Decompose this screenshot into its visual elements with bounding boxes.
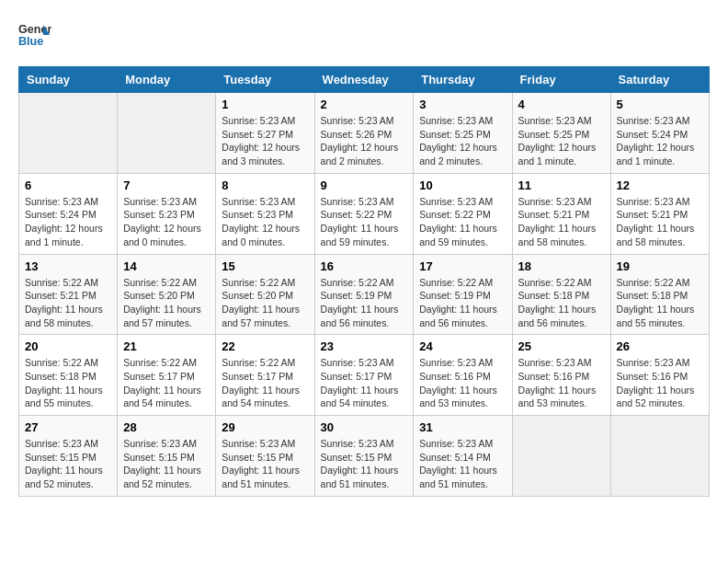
daylight-text: Daylight: 11 hours and 51 minutes. [419,464,506,490]
day-number: 28 [123,420,210,434]
day-info: Sunrise: 5:23 AM Sunset: 5:24 PM Dayligh… [617,114,703,168]
day-info: Sunrise: 5:23 AM Sunset: 5:15 PM Dayligh… [123,437,210,491]
sunrise-text: Sunrise: 5:22 AM [419,276,506,290]
sunrise-text: Sunrise: 5:22 AM [123,276,210,290]
calendar-cell: 16 Sunrise: 5:22 AM Sunset: 5:19 PM Dayl… [314,254,414,335]
sunset-text: Sunset: 5:16 PM [518,370,605,384]
week-row-3: 13 Sunrise: 5:22 AM Sunset: 5:21 PM Dayl… [19,254,710,335]
day-info: Sunrise: 5:23 AM Sunset: 5:26 PM Dayligh… [321,114,408,168]
sunset-text: Sunset: 5:21 PM [617,208,703,222]
sunrise-text: Sunrise: 5:23 AM [321,114,408,128]
day-header-sunday: Sunday [19,67,118,93]
calendar-header-row: SundayMondayTuesdayWednesdayThursdayFrid… [19,67,710,93]
day-info: Sunrise: 5:23 AM Sunset: 5:25 PM Dayligh… [518,114,605,168]
calendar-cell: 19 Sunrise: 5:22 AM Sunset: 5:18 PM Dayl… [610,254,709,335]
day-info: Sunrise: 5:22 AM Sunset: 5:18 PM Dayligh… [617,276,703,330]
sunset-text: Sunset: 5:17 PM [123,370,210,384]
sunset-text: Sunset: 5:20 PM [123,289,210,303]
calendar-cell: 28 Sunrise: 5:23 AM Sunset: 5:15 PM Dayl… [118,416,216,497]
sunrise-text: Sunrise: 5:23 AM [419,195,506,209]
daylight-text: Daylight: 11 hours and 52 minutes. [617,384,703,410]
calendar-cell: 22 Sunrise: 5:22 AM Sunset: 5:17 PM Dayl… [216,335,314,416]
daylight-text: Daylight: 12 hours and 0 minutes. [123,222,210,248]
daylight-text: Daylight: 11 hours and 51 minutes. [321,464,408,490]
daylight-text: Daylight: 11 hours and 56 minutes. [419,303,506,329]
calendar-cell: 8 Sunrise: 5:23 AM Sunset: 5:23 PM Dayli… [216,173,314,254]
calendar-cell: 27 Sunrise: 5:23 AM Sunset: 5:15 PM Dayl… [19,416,118,497]
sunset-text: Sunset: 5:27 PM [222,128,308,142]
logo: General Blue [18,18,55,52]
day-number: 3 [419,98,506,111]
day-info: Sunrise: 5:23 AM Sunset: 5:24 PM Dayligh… [25,195,111,249]
sunrise-text: Sunrise: 5:23 AM [321,356,408,370]
day-info: Sunrise: 5:23 AM Sunset: 5:22 PM Dayligh… [321,195,408,249]
day-header-tuesday: Tuesday [216,67,314,93]
day-info: Sunrise: 5:23 AM Sunset: 5:25 PM Dayligh… [419,114,506,168]
sunrise-text: Sunrise: 5:23 AM [617,114,703,128]
sunrise-text: Sunrise: 5:23 AM [321,437,408,451]
day-info: Sunrise: 5:22 AM Sunset: 5:18 PM Dayligh… [518,276,605,330]
sunrise-text: Sunrise: 5:23 AM [222,114,308,128]
day-info: Sunrise: 5:23 AM Sunset: 5:21 PM Dayligh… [518,195,605,249]
sunrise-text: Sunrise: 5:23 AM [25,195,111,209]
calendar-cell: 20 Sunrise: 5:22 AM Sunset: 5:18 PM Dayl… [19,335,118,416]
calendar-cell: 15 Sunrise: 5:22 AM Sunset: 5:20 PM Dayl… [216,254,314,335]
sunrise-text: Sunrise: 5:23 AM [123,437,210,451]
calendar-cell: 17 Sunrise: 5:22 AM Sunset: 5:19 PM Dayl… [414,254,512,335]
day-number: 23 [321,339,408,353]
day-number: 5 [617,98,703,111]
day-info: Sunrise: 5:23 AM Sunset: 5:27 PM Dayligh… [222,114,308,168]
sunset-text: Sunset: 5:18 PM [518,289,605,303]
sunrise-text: Sunrise: 5:22 AM [321,276,408,290]
day-info: Sunrise: 5:23 AM Sunset: 5:16 PM Dayligh… [518,356,605,410]
day-number: 18 [518,259,605,273]
daylight-text: Daylight: 11 hours and 53 minutes. [419,384,506,410]
sunset-text: Sunset: 5:18 PM [617,289,703,303]
sunset-text: Sunset: 5:24 PM [25,208,111,222]
day-number: 19 [617,259,703,273]
sunset-text: Sunset: 5:21 PM [518,208,605,222]
day-info: Sunrise: 5:23 AM Sunset: 5:15 PM Dayligh… [321,437,408,491]
sunrise-text: Sunrise: 5:23 AM [222,437,308,451]
sunrise-text: Sunrise: 5:23 AM [419,356,506,370]
sunset-text: Sunset: 5:17 PM [222,370,308,384]
day-info: Sunrise: 5:22 AM Sunset: 5:17 PM Dayligh… [222,356,308,410]
calendar-cell: 3 Sunrise: 5:23 AM Sunset: 5:25 PM Dayli… [414,93,512,174]
day-number: 26 [617,339,703,353]
daylight-text: Daylight: 11 hours and 57 minutes. [222,303,308,329]
daylight-text: Daylight: 11 hours and 55 minutes. [25,384,111,410]
daylight-text: Daylight: 11 hours and 56 minutes. [321,303,408,329]
day-info: Sunrise: 5:23 AM Sunset: 5:23 PM Dayligh… [123,195,210,249]
sunset-text: Sunset: 5:23 PM [222,208,308,222]
calendar-cell: 14 Sunrise: 5:22 AM Sunset: 5:20 PM Dayl… [118,254,216,335]
calendar-cell: 18 Sunrise: 5:22 AM Sunset: 5:18 PM Dayl… [512,254,610,335]
day-number: 14 [123,259,210,273]
day-header-thursday: Thursday [414,67,512,93]
day-number: 30 [321,420,408,434]
day-number: 7 [123,178,210,192]
calendar-cell: 9 Sunrise: 5:23 AM Sunset: 5:22 PM Dayli… [314,173,414,254]
calendar-cell: 29 Sunrise: 5:23 AM Sunset: 5:15 PM Dayl… [216,416,314,497]
page-header: General Blue [18,18,710,52]
calendar-cell: 25 Sunrise: 5:23 AM Sunset: 5:16 PM Dayl… [512,335,610,416]
day-number: 24 [419,339,506,353]
day-info: Sunrise: 5:22 AM Sunset: 5:19 PM Dayligh… [419,276,506,330]
daylight-text: Daylight: 11 hours and 59 minutes. [419,222,506,248]
day-info: Sunrise: 5:23 AM Sunset: 5:16 PM Dayligh… [617,356,703,410]
day-number: 12 [617,178,703,192]
week-row-4: 20 Sunrise: 5:22 AM Sunset: 5:18 PM Dayl… [19,335,710,416]
sunrise-text: Sunrise: 5:23 AM [321,195,408,209]
sunrise-text: Sunrise: 5:23 AM [25,437,111,451]
day-info: Sunrise: 5:23 AM Sunset: 5:22 PM Dayligh… [419,195,506,249]
sunset-text: Sunset: 5:18 PM [25,370,111,384]
daylight-text: Daylight: 11 hours and 54 minutes. [321,384,408,410]
daylight-text: Daylight: 11 hours and 58 minutes. [518,222,605,248]
sunset-text: Sunset: 5:16 PM [419,370,506,384]
day-info: Sunrise: 5:22 AM Sunset: 5:20 PM Dayligh… [123,276,210,330]
daylight-text: Daylight: 11 hours and 53 minutes. [518,384,605,410]
day-info: Sunrise: 5:23 AM Sunset: 5:15 PM Dayligh… [25,437,111,491]
sunset-text: Sunset: 5:15 PM [321,451,408,465]
day-number: 4 [518,98,605,111]
day-number: 31 [419,420,506,434]
calendar-cell: 26 Sunrise: 5:23 AM Sunset: 5:16 PM Dayl… [610,335,709,416]
